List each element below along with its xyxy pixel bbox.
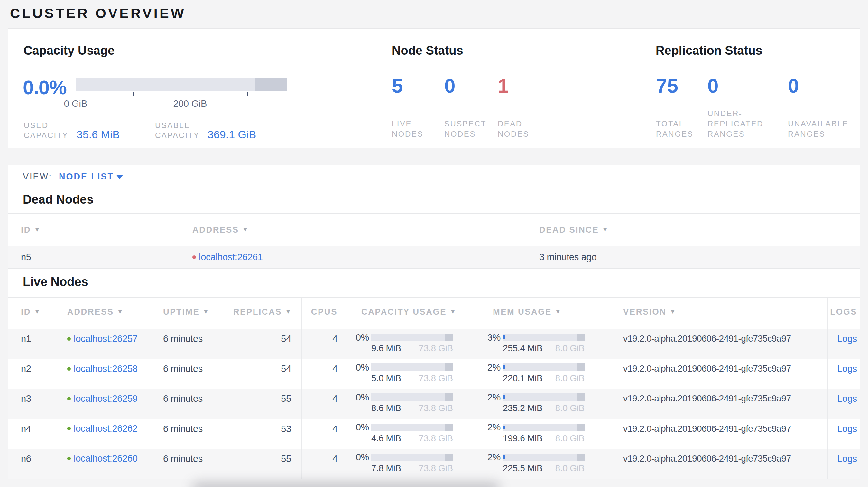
sort-arrow-icon: ▼ bbox=[117, 308, 123, 315]
node-address-link[interactable]: localhost:26261 bbox=[199, 252, 263, 262]
mem-bar-line: 3% bbox=[480, 333, 611, 342]
column-header-replicas[interactable]: REPLICAS▼ bbox=[222, 297, 302, 329]
column-header-dead-since[interactable]: DEAD SINCE▼ bbox=[527, 214, 860, 246]
summary-stat-label: UNAVAILABLERANGES bbox=[788, 119, 848, 139]
page-title: CLUSTER OVERVIEW bbox=[10, 5, 186, 21]
column-header-id[interactable]: ID▼ bbox=[8, 297, 55, 329]
replicas-cell: 55 bbox=[222, 389, 302, 419]
view-selector[interactable]: NODE LIST bbox=[59, 172, 114, 182]
sort-arrow-icon: ▼ bbox=[670, 308, 676, 315]
sort-arrow-icon: ▼ bbox=[242, 226, 248, 233]
summary-stat-value: 0 bbox=[708, 76, 718, 96]
node-address-cell: localhost:26258 bbox=[55, 359, 151, 389]
address-line: localhost:26257 bbox=[67, 332, 151, 346]
summary-stat-value: 5 bbox=[392, 76, 403, 96]
live-node-row: n2localhost:262586 minutes5440%5.0 MiB73… bbox=[8, 359, 860, 389]
mem-bar-fill bbox=[503, 365, 505, 369]
version-cell: v19.2.0-alpha.20190606-2491-gfe735c9a97 bbox=[611, 419, 828, 449]
logs-link[interactable]: Logs bbox=[837, 393, 857, 404]
axis-tick-label: 0 GiB bbox=[64, 98, 88, 109]
node-address-link[interactable]: localhost:26262 bbox=[74, 423, 138, 434]
capacity-bar-track bbox=[371, 333, 453, 341]
capacity-usage-axis: 0 GiB200 GiB bbox=[75, 92, 287, 111]
logs-link[interactable]: Logs bbox=[837, 454, 857, 464]
replicas-cell: 54 bbox=[222, 329, 302, 359]
node-address-link[interactable]: localhost:26258 bbox=[74, 363, 138, 374]
capacity-bar-line: 0% bbox=[349, 453, 480, 462]
column-header-uptime[interactable]: UPTIME▼ bbox=[151, 297, 222, 329]
live-node-row: n3localhost:262596 minutes5540%8.6 MiB73… bbox=[8, 389, 860, 419]
column-header-label: VERSION bbox=[623, 307, 666, 317]
mem-bar-line: 2% bbox=[480, 393, 611, 401]
sort-arrow-icon: ▼ bbox=[450, 308, 456, 315]
column-header-label: REPLICAS bbox=[233, 307, 282, 317]
chevron-down-icon[interactable] bbox=[116, 175, 123, 179]
column-header-version[interactable]: VERSION▼ bbox=[611, 297, 828, 329]
capacity-percent: 0% bbox=[349, 362, 369, 373]
mem-usage-cell: 2%220.1 MiB8.0 GiB bbox=[480, 359, 611, 389]
capacity-used-value: 4.6 MiB bbox=[371, 433, 401, 444]
capacity-bar-labels: 7.8 MiB73.8 GiB bbox=[371, 463, 453, 474]
replication-status-title: Replication Status bbox=[656, 44, 763, 58]
capacity-usage-bar bbox=[75, 78, 287, 91]
mem-percent: 3% bbox=[480, 332, 501, 343]
node-id-cell: n6 bbox=[8, 449, 55, 479]
capacity-usage-cell: 0%4.6 MiB73.8 GiB bbox=[349, 419, 480, 449]
summary-stat-label: TOTALRANGES bbox=[656, 119, 693, 139]
capacity-bar-labels: 8.6 MiB73.8 GiB bbox=[371, 403, 453, 413]
node-status-title: Node Status bbox=[392, 44, 463, 58]
node-address-link[interactable]: localhost:26260 bbox=[74, 453, 138, 464]
capacity-percent: 0% bbox=[349, 332, 369, 343]
column-header-id[interactable]: ID▼ bbox=[8, 214, 180, 246]
node-list-panel: VIEW: NODE LIST Dead Nodes ID▼ADDRESS▼DE… bbox=[8, 165, 860, 479]
axis-tick-mark bbox=[247, 92, 248, 96]
capacity-bar-labels: 4.6 MiB73.8 GiB bbox=[371, 433, 453, 444]
column-header-address[interactable]: ADDRESS▼ bbox=[180, 214, 527, 246]
cpus-cell: 4 bbox=[302, 419, 349, 449]
column-header-cpus[interactable]: CPUS bbox=[302, 297, 349, 329]
mem-total-value: 8.0 GiB bbox=[555, 373, 585, 383]
column-header-capacity-usage[interactable]: CAPACITY USAGE▼ bbox=[349, 297, 480, 329]
column-header-logs[interactable]: LOGS bbox=[828, 297, 860, 329]
address-line: localhost:26261 bbox=[192, 252, 263, 262]
live-status-icon bbox=[67, 367, 71, 370]
column-header-label: CPUS bbox=[311, 307, 338, 317]
mem-used-value: 220.1 MiB bbox=[503, 373, 542, 383]
logs-link[interactable]: Logs bbox=[837, 363, 857, 374]
summary-stat-value: 0 bbox=[444, 76, 455, 96]
logs-cell: Logs bbox=[828, 359, 860, 389]
sort-arrow-icon: ▼ bbox=[34, 308, 40, 315]
capacity-bar-tail bbox=[445, 424, 453, 431]
cpus-cell: 4 bbox=[302, 449, 349, 479]
logs-link[interactable]: Logs bbox=[837, 424, 857, 434]
mem-usage-cell: 2%199.6 MiB8.0 GiB bbox=[480, 419, 611, 449]
live-nodes-title: Live Nodes bbox=[23, 275, 88, 289]
replicas-cell: 54 bbox=[222, 359, 302, 389]
logs-link[interactable]: Logs bbox=[837, 333, 857, 344]
capacity-bar-labels: 9.6 MiB73.8 GiB bbox=[371, 343, 453, 354]
node-address-link[interactable]: localhost:26259 bbox=[74, 393, 138, 404]
mem-usage-cell: 2%235.2 MiB8.0 GiB bbox=[480, 389, 611, 419]
capacity-used-percent: 0.0% bbox=[23, 76, 66, 99]
mem-bar-tail bbox=[577, 333, 585, 341]
live-node-row: n4localhost:262626 minutes5340%4.6 MiB73… bbox=[8, 419, 860, 449]
logs-cell: Logs bbox=[828, 419, 860, 449]
summary-stat-label: SUSPECTNODES bbox=[444, 119, 487, 139]
mem-bar-fill bbox=[503, 335, 505, 339]
capacity-bar-track bbox=[371, 393, 453, 401]
mem-used-value: 255.4 MiB bbox=[503, 343, 542, 354]
address-line: localhost:26259 bbox=[67, 391, 151, 405]
summary-stat-value: 75 bbox=[656, 76, 678, 96]
node-id-cell: n3 bbox=[8, 389, 55, 419]
live-status-icon bbox=[67, 457, 71, 460]
node-address-link[interactable]: localhost:26257 bbox=[74, 333, 138, 344]
capacity-usage-title: Capacity Usage bbox=[24, 44, 115, 58]
capacity-bar-line: 0% bbox=[349, 363, 480, 371]
capacity-bar-other-segment bbox=[255, 78, 287, 91]
column-header-address[interactable]: ADDRESS▼ bbox=[55, 297, 151, 329]
mem-bar-line: 2% bbox=[480, 363, 611, 371]
mem-bar-line: 2% bbox=[480, 423, 611, 432]
version-cell: v19.2.0-alpha.20190606-2491-gfe735c9a97 bbox=[611, 329, 828, 359]
column-header-mem-usage[interactable]: MEM USAGE▼ bbox=[480, 297, 611, 329]
cpus-cell: 4 bbox=[302, 329, 349, 359]
